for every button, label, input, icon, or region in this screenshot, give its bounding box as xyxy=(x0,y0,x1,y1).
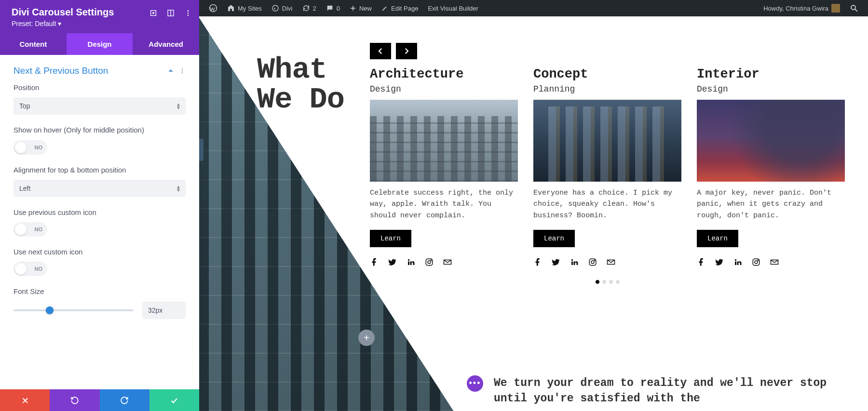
facebook-icon[interactable] xyxy=(370,258,379,266)
edit-page-link[interactable]: Edit Page xyxy=(377,0,423,16)
svg-point-8 xyxy=(182,70,183,71)
hero-heading: What We Do xyxy=(257,55,344,115)
updates-link[interactable]: 2 xyxy=(298,0,321,16)
add-module-button[interactable]: + xyxy=(358,330,375,346)
carousel-prev-button[interactable] xyxy=(370,43,391,59)
tab-design[interactable]: Design xyxy=(67,33,133,55)
learn-button[interactable]: Learn xyxy=(697,230,738,247)
mail-icon[interactable] xyxy=(770,258,779,266)
avatar xyxy=(831,4,840,13)
twitter-icon[interactable] xyxy=(388,258,397,266)
site-name-link[interactable]: Divi xyxy=(267,0,298,16)
carousel-next-button[interactable] xyxy=(396,43,417,59)
tab-advanced[interactable]: Advanced xyxy=(133,33,199,55)
instagram-icon[interactable] xyxy=(588,258,597,266)
redo-button[interactable] xyxy=(100,389,149,411)
carousel-dot[interactable] xyxy=(596,280,599,284)
my-sites-link[interactable]: My Sites xyxy=(222,0,267,16)
exit-vb-link[interactable]: Exit Visual Builder xyxy=(423,0,483,16)
font-size-slider[interactable] xyxy=(14,309,134,311)
carousel-card: Concept Planning Everyone has a choice. … xyxy=(533,67,681,266)
carousel-dot[interactable] xyxy=(602,280,606,284)
card-title: Concept xyxy=(533,67,681,81)
svg-point-4 xyxy=(188,10,189,12)
card-subtitle: Design xyxy=(697,84,845,94)
svg-point-1 xyxy=(153,13,154,14)
facebook-icon[interactable] xyxy=(533,258,542,266)
section-header[interactable]: Next & Previous Button xyxy=(14,62,186,83)
settings-footer xyxy=(0,389,199,411)
kebab-icon[interactable] xyxy=(184,9,192,17)
card-social-row xyxy=(697,258,845,266)
next-icon-toggle[interactable]: NO xyxy=(14,262,47,276)
carousel-cards: Architecture Design Celebrate success ri… xyxy=(370,67,845,266)
linkedin-icon[interactable] xyxy=(733,258,742,266)
new-link[interactable]: New xyxy=(345,0,377,16)
alignment-select[interactable] xyxy=(14,180,186,197)
page-canvas: What We Do Architecture Design Celebrate… xyxy=(199,16,868,411)
panel-resize-handle[interactable] xyxy=(199,139,203,161)
divi-fab-icon[interactable]: ••• xyxy=(467,375,483,392)
carousel-card: Interior Design A major key, never panic… xyxy=(697,67,845,266)
card-description: Everyone has a choice. I pick my choice,… xyxy=(533,187,681,221)
linkedin-icon[interactable] xyxy=(570,258,579,266)
account-link[interactable]: Howdy, Christina Gwira xyxy=(759,0,845,16)
card-description: Celebrate success right, the only way, a… xyxy=(370,187,518,221)
save-button[interactable] xyxy=(149,389,199,411)
mail-icon[interactable] xyxy=(443,258,452,266)
font-size-input[interactable] xyxy=(142,302,186,319)
card-image xyxy=(370,100,518,182)
card-subtitle: Planning xyxy=(533,84,681,94)
facebook-icon[interactable] xyxy=(697,258,705,266)
svg-point-13 xyxy=(851,5,855,10)
svg-point-11 xyxy=(272,5,278,11)
card-description: A major key, never panic. Don't panic, w… xyxy=(697,187,845,221)
section-title: Next & Previous Button xyxy=(14,66,108,76)
kebab-icon[interactable] xyxy=(179,67,186,74)
twitter-icon[interactable] xyxy=(552,258,560,266)
expand-icon[interactable] xyxy=(149,9,158,17)
svg-point-22 xyxy=(755,261,758,264)
alignment-label: Alignment for top & bottom position xyxy=(14,165,186,175)
carousel-dot[interactable] xyxy=(616,280,620,284)
svg-point-7 xyxy=(182,68,183,69)
settings-preset[interactable]: Preset: Default ▾ xyxy=(12,20,188,27)
learn-button[interactable]: Learn xyxy=(370,230,411,247)
cancel-button[interactable] xyxy=(0,389,50,411)
next-icon-label: Use next custom icon xyxy=(14,247,186,257)
tab-content[interactable]: Content xyxy=(0,33,67,55)
carousel-dot[interactable] xyxy=(609,280,613,284)
position-select[interactable] xyxy=(14,97,186,115)
settings-body: Next & Previous Button Position ▲▼ Show … xyxy=(0,55,199,389)
show-on-hover-toggle[interactable]: NO xyxy=(14,140,47,155)
chevron-up-icon[interactable] xyxy=(167,67,174,74)
svg-point-20 xyxy=(594,260,595,261)
learn-button[interactable]: Learn xyxy=(533,230,575,247)
position-label: Position xyxy=(14,83,186,93)
settings-tabs: Content Design Advanced xyxy=(0,33,199,55)
svg-point-17 xyxy=(431,260,432,261)
snap-icon[interactable] xyxy=(166,9,175,17)
undo-button[interactable] xyxy=(50,389,99,411)
instagram-icon[interactable] xyxy=(752,258,760,266)
card-subtitle: Design xyxy=(370,84,518,94)
svg-point-5 xyxy=(188,13,189,14)
twitter-icon[interactable] xyxy=(715,258,724,266)
search-icon[interactable] xyxy=(845,0,863,16)
comments-link[interactable]: 0 xyxy=(321,0,345,16)
prev-icon-label: Use previous custom icon xyxy=(14,208,186,217)
svg-point-19 xyxy=(591,261,594,264)
svg-point-23 xyxy=(758,260,759,261)
instagram-icon[interactable] xyxy=(425,258,434,266)
carousel-dots xyxy=(370,280,845,284)
card-social-row xyxy=(370,258,518,266)
linkedin-icon[interactable] xyxy=(407,258,415,266)
svg-line-14 xyxy=(855,9,857,12)
mail-icon[interactable] xyxy=(607,258,615,266)
show-on-hover-label: Show on hover (Only for middle position) xyxy=(14,125,186,135)
card-title: Interior xyxy=(697,67,845,81)
card-image xyxy=(697,100,845,182)
carousel-module: Architecture Design Celebrate success ri… xyxy=(370,43,845,284)
wp-logo-icon[interactable] xyxy=(204,0,222,16)
prev-icon-toggle[interactable]: NO xyxy=(14,222,47,237)
